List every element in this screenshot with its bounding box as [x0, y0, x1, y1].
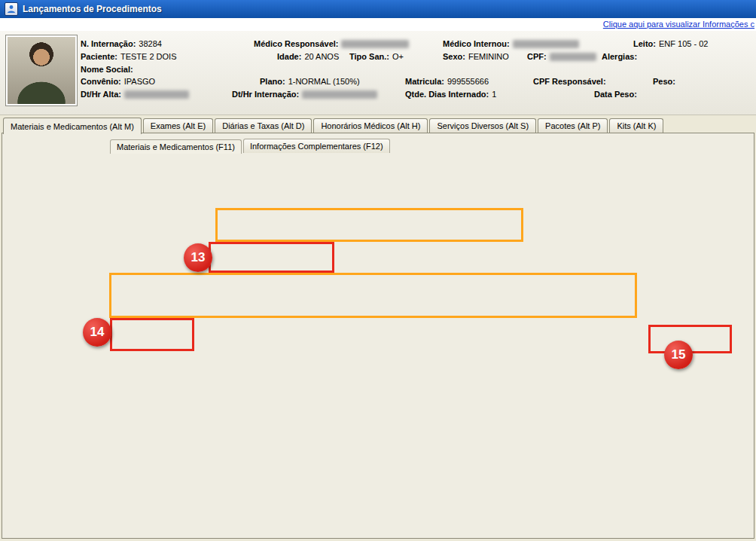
field-convenio: Convênio:IPASGO [81, 77, 155, 86]
field-idade: Idade:20 ANOS [277, 52, 339, 61]
field-dthr-alta: Dt/Hr Alta: [81, 90, 189, 99]
field-cpf-responsavel: CPF Responsável: [533, 77, 606, 86]
tab-diarias-taxas[interactable]: Diárias e Taxas (Alt D) [215, 118, 312, 133]
field-medico-responsavel: Médico Responsável: [254, 39, 409, 48]
field-medico-internou: Médico Internou: [443, 39, 579, 48]
redacted-value [341, 40, 409, 48]
tab-servicos-diversos[interactable]: Serviços Diversos (Alt S) [429, 118, 536, 133]
tab-kits[interactable]: Kits (Alt K) [609, 118, 663, 133]
field-matricula: Matricula:999555666 [405, 77, 489, 86]
app-icon-glyph [7, 5, 16, 14]
app-window: Lançamentos de Procedimentos Clique aqui… [0, 0, 756, 541]
field-sexo: Sexo:FEMININO [443, 52, 509, 61]
redacted-value [124, 90, 189, 99]
tab-complementares-f12[interactable]: Informações Complementares (F12) [243, 139, 390, 153]
field-qtde-dias: Qtde. Dias Internado:1 [405, 90, 496, 99]
field-nome-social: Nome Social: [81, 65, 133, 74]
field-tipo-san: Tipo San.:O+ [349, 52, 404, 61]
field-paciente: Paciente:TESTE 2 DOIS [81, 52, 177, 61]
window-title: Lançamentos de Procedimentos [23, 4, 162, 14]
redacted-value [302, 90, 377, 99]
field-n-internacao: N. Internação:38284 [81, 39, 162, 48]
field-plano: Plano:1-NORMAL (150%) [260, 77, 360, 86]
tab-exames[interactable]: Exames (Alt E) [143, 118, 213, 133]
info-link[interactable]: Clique aqui para visualizar Informações … [603, 20, 754, 29]
field-alergias: Alergias: [602, 52, 637, 61]
tab-materiais-medicamentos[interactable]: Materiais e Medicamentos (Alt M) [3, 118, 142, 134]
patient-photo [5, 35, 78, 106]
field-leito: Leito:ENF 105 - 02 [633, 39, 708, 48]
title-bar: Lançamentos de Procedimentos [0, 0, 756, 18]
tab-honorarios-medicos[interactable]: Honorários Médicos (Alt H) [313, 118, 428, 133]
tab-materiais-f11[interactable]: Materiais e Medicamentos (F11) [110, 139, 242, 154]
main-tab-strip: Materiais e Medicamentos (Alt M) Exames … [3, 115, 753, 133]
tab-pacotes[interactable]: Pacotes (Alt P) [538, 118, 608, 133]
field-peso: Peso: [653, 77, 675, 86]
field-data-peso: Data Peso: [594, 90, 637, 99]
redacted-value [513, 40, 579, 48]
field-cpf: CPF: [527, 52, 596, 61]
field-dthr-internacao: Dt/Hr Internação: [232, 90, 377, 99]
redacted-value [550, 53, 596, 61]
app-icon [5, 2, 18, 16]
inner-tab-strip: Materiais e Medicamentos (F11) Informaçõ… [110, 137, 392, 153]
tab-page-panel [2, 133, 754, 539]
